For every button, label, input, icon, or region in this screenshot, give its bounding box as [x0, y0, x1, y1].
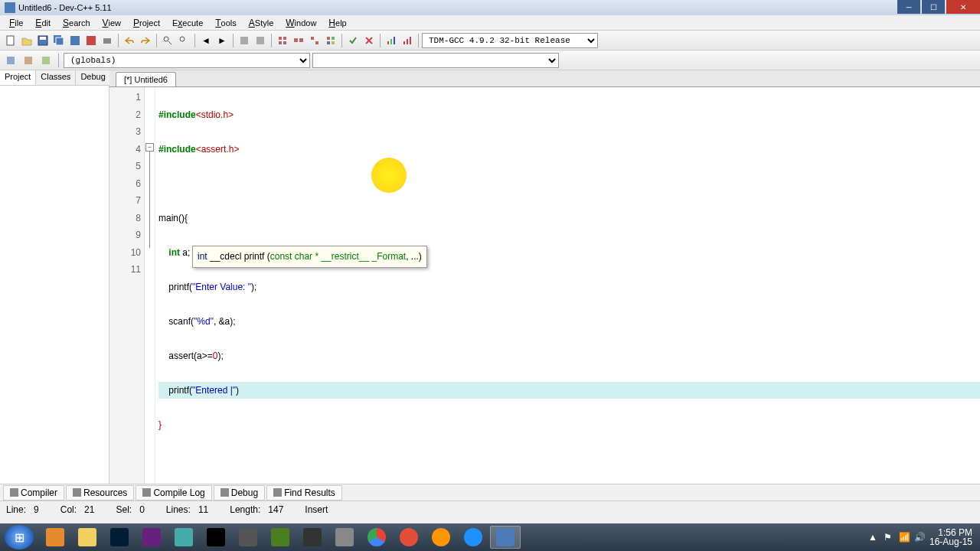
taskbar-explorer[interactable]: [72, 526, 103, 549]
insert-button[interactable]: [21, 53, 36, 68]
member-select[interactable]: [312, 53, 559, 68]
menu-view[interactable]: View: [96, 16, 128, 30]
taskbar-photoshop[interactable]: [104, 526, 135, 549]
code-content[interactable]: #include<stdio.h> #include<assert.h> mai…: [155, 87, 980, 484]
tab-find-results[interactable]: Find Results: [266, 485, 342, 500]
taskbar-tools[interactable]: [233, 526, 263, 549]
compile-button[interactable]: [275, 33, 290, 48]
start-button[interactable]: ⊞: [5, 525, 34, 549]
profile-button[interactable]: [384, 33, 399, 48]
tab-project[interactable]: Project: [0, 70, 36, 85]
compile-run-button[interactable]: [307, 33, 322, 48]
fold-toggle[interactable]: −: [145, 143, 154, 152]
print-button[interactable]: [100, 33, 115, 48]
save-button[interactable]: [35, 33, 51, 48]
menu-edit[interactable]: Edit: [29, 16, 57, 30]
minimize-button[interactable]: ─: [897, 0, 920, 14]
save-as-button[interactable]: [67, 33, 83, 48]
undo-button[interactable]: [122, 33, 137, 48]
tab-resources[interactable]: Resources: [66, 485, 134, 500]
svg-rect-23: [327, 41, 330, 44]
tray-up-icon[interactable]: ▲: [868, 532, 879, 543]
status-mode: Insert: [305, 504, 328, 515]
debug-button[interactable]: [345, 33, 361, 48]
line-number: 4: [109, 141, 141, 158]
app-icon: [5, 2, 15, 13]
line-number: 11: [109, 261, 141, 279]
save-all-button[interactable]: [51, 33, 67, 48]
taskbar-dreamweaver[interactable]: [265, 526, 296, 549]
taskbar-app[interactable]: [329, 526, 360, 549]
compiler-select[interactable]: TDM-GCC 4.9.2 32-bit Release: [422, 33, 598, 48]
new-file-button[interactable]: [3, 33, 18, 48]
line-number: 7: [109, 192, 141, 210]
find-button[interactable]: [160, 33, 175, 48]
taskbar-cmd[interactable]: [201, 526, 231, 549]
bottom-tabs: Compiler Resources Compile Log Debug Fin…: [0, 484, 980, 500]
taskbar-firefox[interactable]: [426, 526, 456, 549]
close-file-button[interactable]: [83, 33, 99, 48]
svg-rect-27: [387, 41, 389, 44]
run-button[interactable]: [291, 33, 306, 48]
toolbar-separator: [194, 34, 195, 47]
forward-button[interactable]: ►: [214, 33, 230, 48]
taskbar-btsync[interactable]: [297, 526, 328, 549]
taskbar-devcpp[interactable]: [490, 526, 521, 549]
delete-profile-button[interactable]: [400, 33, 415, 48]
tab-debug-bottom[interactable]: Debug: [214, 485, 265, 500]
svg-rect-28: [390, 39, 392, 44]
taskbar-visualstudio[interactable]: [136, 526, 167, 549]
menu-execute[interactable]: Execute: [166, 16, 209, 30]
menu-project[interactable]: Project: [127, 16, 166, 30]
tab-debug[interactable]: Debug: [76, 70, 110, 85]
taskbar-opera[interactable]: [394, 526, 424, 549]
tab-compiler[interactable]: Compiler: [3, 485, 64, 500]
back-button[interactable]: ◄: [198, 33, 214, 48]
replace-button[interactable]: [176, 33, 191, 48]
svg-rect-22: [332, 37, 335, 40]
window-buttons: ─ ☐ ✕: [897, 0, 980, 15]
taskbar-chrome[interactable]: [361, 526, 392, 549]
menu-window[interactable]: Window: [279, 16, 322, 30]
tab-compile-log[interactable]: Compile Log: [136, 485, 211, 500]
editor-tab[interactable]: [*] Untitled6: [116, 72, 176, 86]
side-panel: Project Classes Debug: [0, 70, 109, 484]
toggle-button[interactable]: [38, 53, 54, 68]
tray-volume-icon[interactable]: 🔊: [914, 532, 925, 543]
code-line: scanf("%d", &a);: [158, 313, 980, 331]
open-file-button[interactable]: [19, 33, 34, 48]
svg-rect-31: [407, 39, 408, 44]
stop-button[interactable]: [361, 33, 377, 48]
menu-help[interactable]: Help: [322, 16, 352, 30]
line-number: 5: [109, 158, 141, 175]
goto-button[interactable]: [237, 33, 252, 48]
taskbar: ⊞ ▲ ⚑ 📶 🔊 1:56 PM 16-Aug-15: [0, 523, 980, 551]
code-line: printf("Enter Value: ");: [158, 279, 980, 296]
rebuild-button[interactable]: [323, 33, 338, 48]
tray-clock[interactable]: 1:56 PM 16-Aug-15: [929, 528, 972, 546]
scope-select[interactable]: (globals): [64, 53, 310, 68]
tab-classes[interactable]: Classes: [36, 70, 76, 85]
menu-astyle[interactable]: AStyle: [243, 16, 279, 30]
bookmark-button[interactable]: [253, 33, 268, 48]
tray-flag-icon[interactable]: ⚑: [884, 532, 894, 543]
svg-rect-30: [403, 41, 405, 44]
new-project-button[interactable]: [3, 53, 18, 68]
menu-search[interactable]: Search: [57, 16, 96, 30]
code-line: #include<stdio.h>: [158, 106, 980, 124]
menu-file[interactable]: File: [3, 16, 29, 30]
code-view[interactable]: 1 2 3 4 5 6 7 8 9 10 11 − #include<stdio…: [109, 87, 980, 484]
taskbar-ie[interactable]: [458, 526, 488, 549]
line-number: 1: [109, 89, 141, 106]
line-number: 8: [109, 210, 141, 227]
menu-tools[interactable]: Tools: [209, 16, 243, 30]
svg-point-8: [164, 37, 168, 41]
tray-network-icon[interactable]: 📶: [899, 532, 910, 543]
close-button[interactable]: ✕: [946, 0, 980, 14]
redo-button[interactable]: [138, 33, 153, 48]
taskbar-paint[interactable]: [168, 526, 199, 549]
svg-rect-24: [332, 41, 335, 44]
taskbar-media-player[interactable]: [40, 526, 70, 549]
maximize-button[interactable]: ☐: [922, 0, 945, 14]
svg-rect-2: [40, 37, 46, 40]
